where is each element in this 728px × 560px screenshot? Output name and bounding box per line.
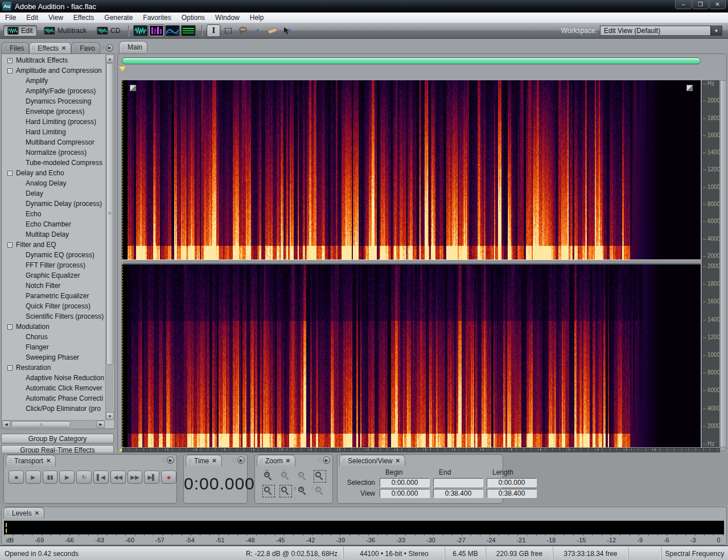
stop-button[interactable]: ■ [9,471,24,484]
rewind-button[interactable]: ◀◀ [110,471,126,484]
close-button[interactable]: ✕ [709,0,726,9]
pause-button[interactable]: ▮▮ [43,471,58,484]
multitrack-view-button[interactable]: Multitrack [40,26,90,36]
display-mode[interactable]: Spectral Frequency [661,547,728,560]
effects-tree-item[interactable]: Multitap Delay [3,229,105,240]
play-button[interactable]: ▶ [26,471,41,484]
effects-tree-item[interactable]: - Restoration [3,363,105,373]
group-by-category-button[interactable]: Group By Category [1,434,114,443]
close-icon[interactable]: ✕ [396,458,400,464]
cd-view-button[interactable]: CD [93,26,124,36]
scroll-left-arrow[interactable]: ◀ [2,421,10,428]
effects-tree-item[interactable]: Hard Limiting [3,127,105,137]
play-looped-button[interactable]: ↻ [76,471,92,484]
expand-collapse-icon[interactable]: - [7,324,13,330]
chevron-down-icon[interactable]: ▼ [710,26,722,35]
marquee-selection-tool[interactable] [221,24,235,37]
scrollbar-thumb[interactable]: ≡ [11,421,71,427]
menu-item[interactable]: Options [176,13,210,23]
effects-tree-item[interactable]: - Filter and EQ [3,240,105,250]
effects-tree-item[interactable]: Notch Filter [3,281,105,291]
zoom-out-vertical-button[interactable]: − [312,484,328,498]
menu-item[interactable]: Help [245,13,269,23]
effects-tree-item[interactable]: Dynamic EQ (process) [3,250,105,260]
effects-tree-item[interactable]: - Delay and Echo [3,168,105,178]
effects-tree-item[interactable]: Adaptive Noise Reduction [3,373,105,383]
scrub-tool[interactable] [281,24,294,37]
effects-tree-item[interactable]: + Multitrack Effects [3,55,105,65]
effects-tree-item[interactable]: FFT Filter (process) [3,260,105,270]
effects-tree-item[interactable]: Tube-modeled Compress [3,158,105,168]
effects-tree-item[interactable]: Parametric Equalizer [3,291,105,301]
close-icon[interactable]: ✕ [286,458,290,464]
effects-tree-item[interactable]: Chorus [3,332,105,342]
frequency-ruler[interactable]: Hz20000180001600014000120001000080006000… [702,80,719,447]
lasso-selection-tool[interactable] [236,24,250,37]
title-bar[interactable]: Au Adobe Audition - flac.flac – ❐ ✕ [0,0,728,13]
effects-tree-item[interactable]: Dynamics Processing [3,96,105,106]
horizontal-scrollbar[interactable]: ◀ ≡ ▶ [2,420,105,428]
tab-zoom[interactable]: Zoom ✕ [257,455,295,466]
effects-tree-item[interactable]: Echo Chamber [3,219,105,229]
effects-tree-item[interactable]: Click/Pop Eliminator (pro [3,403,105,414]
spectral-frequency-display-button[interactable] [149,25,164,36]
close-icon[interactable]: ✕ [46,458,51,464]
panel-menu-button[interactable]: ▶ [237,456,245,464]
spectrogram-canvas[interactable] [122,80,701,447]
spectral-display[interactable] [122,80,701,447]
effects-tree-item[interactable]: Dynamic Delay (process) [3,199,105,209]
effects-tree-item[interactable]: Normalize (process) [3,147,105,158]
panel-menu-button[interactable]: ▶ [323,456,330,464]
effects-tree-item[interactable]: Amplify/Fade (process) [3,86,105,96]
view-length-field[interactable]: 0:38.400 [487,489,537,498]
tab-time[interactable]: Time ✕ [186,455,222,466]
panel-menu-button[interactable]: ▶ [167,456,174,464]
effects-tree-item[interactable]: - Modulation [3,322,105,332]
effects-tree-item[interactable]: Sweeping Phaser [3,352,105,363]
effects-tree-item[interactable]: Automatic Click Remover [3,383,105,393]
zoom-out-horizontal-button[interactable]: − [278,470,294,483]
waveform-display-button[interactable] [133,25,148,36]
close-icon[interactable]: ✕ [212,458,216,464]
tab-effects[interactable]: Effects ✕ [29,42,71,53]
effects-tree-item[interactable]: Envelope (process) [3,106,105,117]
view-begin-field[interactable]: 0:00.000 [380,489,430,498]
playhead-marker-top[interactable] [119,67,126,71]
effects-tree-item[interactable]: Echo [3,209,105,219]
scroll-up-arrow[interactable]: ▲ [106,55,114,63]
effects-tree-item[interactable]: Graphic Equalizer [3,270,105,281]
spectral-pan-display-button[interactable] [165,25,180,36]
effects-tree-item[interactable]: - Amplitude and Compression [3,65,105,76]
tab-selection-view[interactable]: Selection/View ✕ [339,455,405,466]
effects-paintbrush-tool[interactable] [251,24,265,37]
menu-item[interactable]: Effects [68,13,99,23]
tab-transport[interactable]: Transport ✕ [6,455,56,466]
fast-forward-button[interactable]: ▶▶ [127,471,143,484]
effects-tree-item[interactable]: Hard Limiting (process) [3,117,105,127]
minimize-button[interactable]: – [675,0,692,9]
close-icon[interactable]: ✕ [61,45,66,51]
session-horizontal-scrollbar[interactable] [122,57,701,64]
record-button[interactable]: ● [161,471,176,484]
effects-tree-item[interactable]: Multiband Compressor [3,137,105,147]
restore-button[interactable]: ❐ [692,0,709,9]
tab-files[interactable]: Files [1,42,29,53]
zoom-in-horizontal-button[interactable]: + [261,470,277,483]
edit-view-button[interactable]: Edit [3,25,37,36]
expand-collapse-icon[interactable]: - [7,365,13,370]
go-to-beginning-button[interactable]: ▌◀ [93,471,109,484]
zoom-in-vertical-button[interactable]: + [295,484,311,498]
menu-item[interactable]: View [43,13,68,23]
go-to-end-button[interactable]: ▶▌ [144,471,159,484]
tab-levels[interactable]: Levels ✕ [3,507,44,518]
selection-length-field[interactable]: 0:00.000 [487,478,537,487]
menu-item[interactable]: Window [210,13,245,23]
tab-favorites[interactable]: Favo [71,42,100,53]
effects-tree-item[interactable]: Amplify [3,76,105,86]
menu-item[interactable]: Generate [99,13,138,23]
effects-tree-item[interactable]: Analog Delay [3,178,105,188]
vertical-scrollbar[interactable]: ▲ ▼ [105,55,114,420]
menu-item[interactable]: Favorites [138,13,176,23]
tab-main[interactable]: Main [119,41,147,52]
selection-begin-field[interactable]: 0:00.000 [380,478,430,487]
